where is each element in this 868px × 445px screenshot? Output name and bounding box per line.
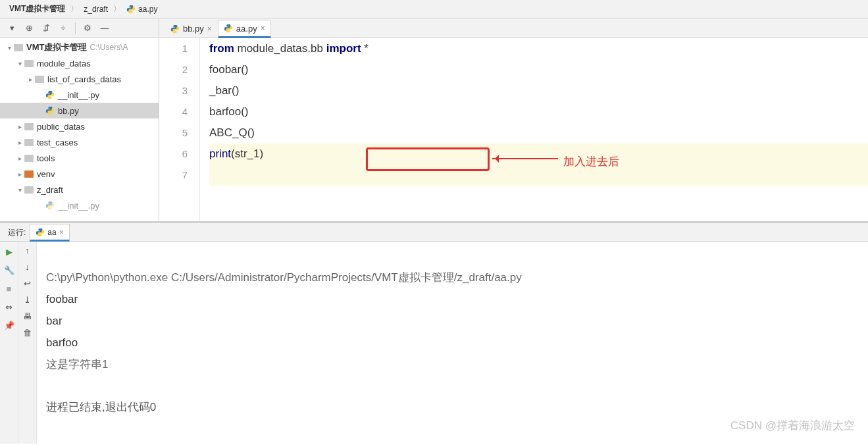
python-file-icon	[224, 24, 233, 33]
annotation-text: 加入进去后	[563, 151, 619, 172]
run-primary-toolbar: ▶ 🔧 ■ ⇔ 📌	[0, 242, 18, 444]
sidebar-toolbar: ▾ ⊕ ⇵ ÷ ⚙ —	[0, 18, 159, 38]
console-line: barfoo	[46, 336, 78, 349]
tree-folder-tools[interactable]: ▸tools	[0, 150, 159, 166]
rerun-button[interactable]: ▶	[3, 246, 15, 257]
python-file-icon	[170, 24, 180, 34]
project-dropdown-button[interactable]: ▾	[4, 20, 20, 36]
run-tab-label: aa	[47, 228, 56, 237]
tree-file-init2[interactable]: __init__.py	[0, 197, 159, 213]
collapse-button[interactable]: ÷	[55, 20, 71, 36]
chevron-right-icon: 〉	[70, 3, 78, 14]
python-file-icon	[36, 228, 45, 237]
up-arrow-icon[interactable]: ↑	[25, 246, 30, 255]
tree-file-init[interactable]: __init__.py	[0, 87, 159, 103]
svg-point-0	[130, 5, 130, 6]
arrow-icon	[492, 158, 558, 159]
console-line: bar	[46, 315, 63, 327]
tree-folder-venv[interactable]: ▸venv	[0, 166, 159, 182]
tree-folder-list-of-cards[interactable]: ▸list_of_cards_datas	[0, 71, 159, 87]
svg-point-1	[132, 11, 132, 12]
tree-root[interactable]: ▾VMT虚拟卡管理C:\Users\A	[0, 39, 159, 55]
down-arrow-icon[interactable]: ↓	[25, 262, 30, 272]
breadcrumb-file-label: aa.py	[138, 5, 157, 14]
close-icon[interactable]: ×	[207, 24, 212, 34]
print-icon[interactable]: 🖶	[23, 311, 32, 321]
hide-button[interactable]: —	[97, 20, 113, 36]
code-content[interactable]: from module_datas.bb import * foobar() _…	[200, 38, 868, 221]
wrench-icon[interactable]: 🔧	[3, 264, 15, 276]
locate-button[interactable]: ⊕	[21, 20, 37, 36]
pin-icon[interactable]: 📌	[3, 319, 15, 331]
tab-label: aa.py	[236, 24, 257, 34]
editor-tab-bb[interactable]: bb.py ×	[165, 19, 218, 38]
console-line: foobar	[46, 293, 78, 305]
stop-button[interactable]: ■	[3, 282, 15, 294]
layout-button[interactable]: ⇔	[3, 301, 15, 313]
project-sidebar: ▾ ⊕ ⇵ ÷ ⚙ — ▾VMT虚拟卡管理C:\Users\A ▾module_…	[0, 18, 159, 221]
tree-folder-z-draft[interactable]: ▾z_draft	[0, 182, 159, 197]
run-label: 运行:	[4, 224, 30, 241]
python-file-icon	[126, 5, 136, 14]
run-header: 运行: aa ×	[0, 223, 868, 242]
project-tree[interactable]: ▾VMT虚拟卡管理C:\Users\A ▾module_datas ▸list_…	[0, 38, 159, 221]
expand-button[interactable]: ⇵	[38, 20, 54, 36]
console-command: C:\py\Python\python.exe C:/Users/Adminis…	[46, 271, 522, 284]
tab-label: bb.py	[183, 24, 204, 34]
tree-folder-public-datas[interactable]: ▸public_datas	[0, 118, 159, 134]
toolbar-divider	[75, 22, 76, 34]
trash-icon[interactable]: 🗑	[23, 328, 32, 338]
chevron-right-icon: 〉	[113, 3, 121, 14]
code-editor[interactable]: 1234567 from module_datas.bb import * fo…	[159, 38, 868, 221]
scroll-to-end-icon[interactable]: ⤓	[24, 295, 31, 305]
run-tab-aa[interactable]: aa ×	[30, 224, 69, 242]
close-icon[interactable]: ×	[59, 228, 64, 237]
close-icon[interactable]: ×	[261, 24, 265, 33]
settings-gear-icon[interactable]: ⚙	[80, 20, 95, 36]
editor-area: bb.py × aa.py × 1234567 from module_data…	[159, 18, 868, 221]
soft-wrap-icon[interactable]: ↩	[24, 278, 31, 288]
editor-tab-bar: bb.py × aa.py ×	[159, 18, 868, 38]
editor-tab-aa[interactable]: aa.py ×	[218, 20, 271, 38]
tree-folder-test-cases[interactable]: ▸test_cases	[0, 134, 159, 150]
console-exit-message: 进程已结束,退出代码0	[46, 401, 156, 413]
line-gutter: 1234567	[159, 38, 200, 221]
run-secondary-toolbar: ↑ ↓ ↩ ⤓ 🖶 🗑	[18, 242, 37, 444]
breadcrumb-folder[interactable]: z_draft	[80, 3, 112, 15]
breadcrumb-file[interactable]: aa.py	[122, 3, 161, 15]
console-line: 这是字符串1	[46, 358, 108, 371]
tree-file-bb[interactable]: bb.py	[0, 103, 159, 118]
breadcrumb-root[interactable]: VMT虚拟卡管理	[5, 2, 69, 16]
tree-folder-module-datas[interactable]: ▾module_datas	[0, 55, 159, 71]
breadcrumb: VMT虚拟卡管理 〉 z_draft 〉 aa.py	[0, 0, 868, 18]
run-tool-window: 运行: aa × ▶ 🔧 ■ ⇔ 📌 ↑ ↓ ↩ ⤓ 🖶 🗑 C:\py\Pyt…	[0, 221, 868, 444]
console-output[interactable]: C:\py\Python\python.exe C:/Users/Adminis…	[37, 242, 868, 444]
